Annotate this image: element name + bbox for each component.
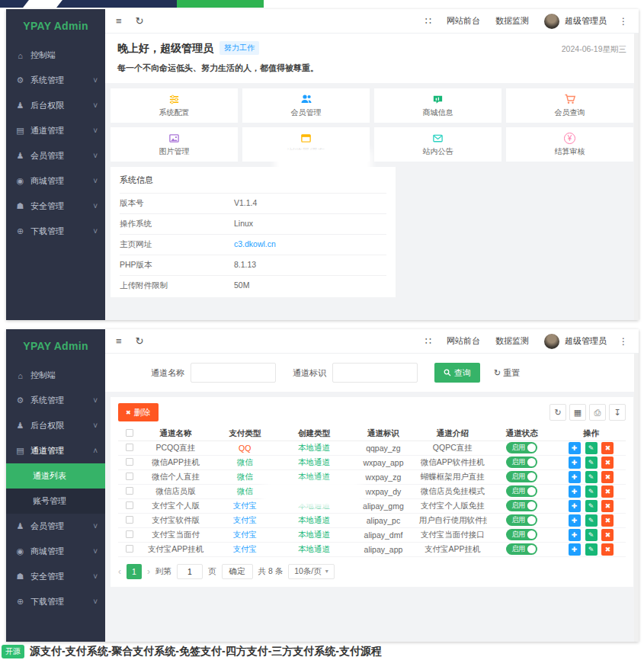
shortcut-image-manage[interactable]: 图片管理 — [111, 127, 238, 162]
print-icon[interactable]: ⎙ — [589, 404, 606, 421]
edit-button[interactable]: ✎ — [585, 457, 598, 469]
sidebar-item-mall[interactable]: ◉ 商城管理 ˅ — [6, 168, 105, 194]
status-toggle[interactable]: 启用 — [506, 485, 537, 497]
prev-page-icon[interactable]: ‹ — [118, 566, 121, 577]
status-toggle[interactable]: 启用 — [506, 529, 537, 540]
config-button[interactable]: ✚ — [569, 485, 581, 498]
sidebar-item-console[interactable]: ⌂ 控制端 — [6, 43, 105, 68]
select-all-checkbox[interactable] — [126, 429, 133, 437]
edit-button[interactable]: ✎ — [585, 529, 598, 541]
more-icon[interactable]: ⋮ — [619, 16, 628, 27]
columns-grid-icon[interactable]: ▦ — [569, 404, 586, 421]
config-button[interactable]: ✚ — [569, 514, 581, 527]
sidebar-item-download[interactable]: ⊕ 下载管理 ˅ — [6, 219, 105, 244]
row-checkbox[interactable] — [126, 444, 133, 451]
sidebar-item-members[interactable]: ♟ 会员管理 ˅ — [6, 143, 105, 168]
status-toggle[interactable]: 启用 — [506, 543, 537, 555]
refresh-icon[interactable]: ↻ — [136, 335, 144, 347]
scrollbar[interactable] — [634, 34, 639, 320]
row-checkbox[interactable] — [126, 473, 133, 480]
sidebar-item-mall[interactable]: ◉ 商城管理 ˅ — [6, 539, 105, 564]
delete-row-button[interactable]: ✖ — [601, 543, 614, 556]
front-site-link[interactable]: 网站前台 — [447, 335, 480, 347]
edit-button[interactable]: ✎ — [585, 442, 598, 454]
channel-code-input[interactable] — [332, 363, 418, 383]
status-toggle[interactable]: 启用 — [506, 514, 537, 526]
sidebar-item-channels[interactable]: ▤ 通道管理 ˅ — [6, 118, 105, 143]
fullscreen-icon[interactable]: ∷ — [425, 15, 431, 27]
data-monitor-link[interactable]: 数据监测 — [495, 335, 529, 347]
shortcut-settlement-review[interactable]: ¥ 结算审核 — [506, 127, 633, 162]
row-checkbox[interactable] — [126, 487, 133, 495]
data-monitor-link[interactable]: 数据监测 — [495, 15, 529, 27]
status-toggle[interactable]: 启用 — [506, 471, 537, 482]
row-checkbox[interactable] — [126, 545, 133, 553]
row-checkbox[interactable] — [126, 516, 133, 524]
sidebar-item-permissions[interactable]: ♟ 后台权限 ˅ — [6, 413, 105, 438]
next-page-icon[interactable]: › — [147, 566, 150, 577]
sidebar-item-channels[interactable]: ▤ 通道管理 ˄ — [6, 438, 105, 463]
channel-name-input[interactable] — [191, 363, 276, 383]
row-checkbox[interactable] — [126, 458, 133, 466]
avatar[interactable] — [544, 14, 559, 29]
collapse-menu-icon[interactable]: ≡ — [116, 15, 122, 27]
delete-row-button[interactable]: ✖ — [601, 471, 614, 483]
sidebar-item-security[interactable]: ☗ 安全管理 ˅ — [6, 564, 105, 589]
export-icon[interactable]: ↧ — [609, 404, 626, 421]
page-jump-input[interactable] — [177, 564, 203, 579]
config-button[interactable]: ✚ — [569, 529, 581, 541]
delete-row-button[interactable]: ✖ — [601, 485, 614, 498]
shortcut-member-query[interactable]: 会员查询 — [506, 88, 633, 123]
delete-row-button[interactable]: ✖ — [601, 514, 614, 527]
edit-button[interactable]: ✎ — [585, 500, 598, 512]
config-button[interactable]: ✚ — [569, 442, 581, 454]
sidebar-item-system[interactable]: ⚙ 系统管理 ˅ — [6, 68, 105, 93]
sidebar-item-permissions[interactable]: ♟ 后台权限 ˅ — [6, 93, 105, 118]
sidebar-item-console[interactable]: ⌂ 控制端 — [6, 363, 105, 388]
sidebar-item-download[interactable]: ⊕ 下载管理 ˅ — [6, 589, 105, 614]
page-number[interactable]: 1 — [127, 564, 142, 579]
submenu-item-channel-list[interactable]: 通道列表 — [6, 463, 105, 489]
shortcut-system-config[interactable]: 系统配置 — [111, 88, 238, 123]
front-site-link[interactable]: 网站前台 — [447, 15, 480, 27]
edit-button[interactable]: ✎ — [585, 514, 598, 527]
status-toggle[interactable]: 启用 — [506, 442, 537, 453]
collapse-menu-icon[interactable]: ≡ — [116, 335, 122, 347]
row-checkbox[interactable] — [126, 501, 133, 509]
avatar[interactable] — [544, 334, 559, 349]
refresh-table-icon[interactable]: ↻ — [549, 404, 566, 421]
shortcut-mall-info[interactable]: 商城信息 — [374, 88, 501, 123]
reset-button[interactable]: ↻ 重置 — [489, 367, 524, 380]
search-button[interactable]: 查询 — [434, 363, 480, 383]
config-button[interactable]: ✚ — [569, 457, 581, 469]
scrollbar[interactable] — [634, 354, 639, 642]
config-button[interactable]: ✚ — [569, 471, 581, 483]
sidebar-item-members[interactable]: ♟ 会员管理 ˅ — [6, 514, 105, 539]
delete-row-button[interactable]: ✖ — [601, 457, 614, 469]
delete-button[interactable]: ✖ 删除 — [118, 403, 159, 421]
more-icon[interactable]: ⋮ — [619, 336, 628, 347]
config-button[interactable]: ✚ — [569, 500, 581, 512]
chevron-down-icon: ˅ — [93, 227, 98, 235]
edit-button[interactable]: ✎ — [585, 471, 598, 483]
confirm-page-button[interactable]: 确定 — [222, 564, 253, 579]
submenu-item-account-manage[interactable]: 账号管理 — [6, 489, 105, 514]
status-toggle[interactable]: 启用 — [506, 457, 537, 468]
shortcut-site-announcement[interactable]: 站内公告 — [374, 127, 501, 162]
edit-button[interactable]: ✎ — [585, 485, 598, 498]
per-page-select[interactable]: 10条/页 ▾ — [288, 564, 335, 579]
config-button[interactable]: ✚ — [569, 543, 581, 556]
row-checkbox[interactable] — [126, 530, 133, 538]
refresh-icon[interactable]: ↻ — [136, 15, 144, 27]
username[interactable]: 超级管理员 — [565, 15, 607, 27]
delete-row-button[interactable]: ✖ — [601, 500, 614, 512]
delete-row-button[interactable]: ✖ — [601, 442, 614, 454]
status-toggle[interactable]: 启用 — [506, 500, 537, 511]
sidebar-item-security[interactable]: ☗ 安全管理 ˅ — [6, 194, 105, 219]
shortcut-member-manage[interactable]: 会员管理 — [242, 88, 370, 123]
edit-button[interactable]: ✎ — [585, 543, 598, 556]
sidebar-item-system[interactable]: ⚙ 系统管理 ˅ — [6, 388, 105, 413]
username[interactable]: 超级管理员 — [565, 335, 607, 347]
delete-row-button[interactable]: ✖ — [601, 529, 614, 541]
fullscreen-icon[interactable]: ∷ — [425, 335, 431, 347]
